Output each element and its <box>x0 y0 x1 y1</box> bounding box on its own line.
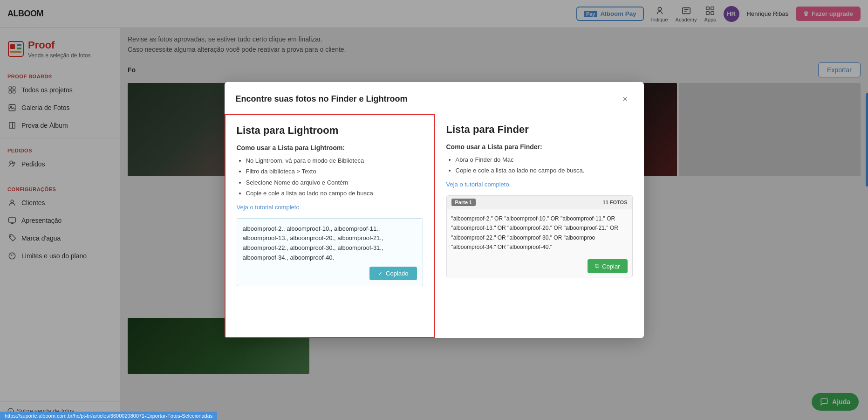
status-url: https://suporte.alboom.com.br/hc/pt-br/a… <box>5 413 212 419</box>
lightroom-steps-list: No Lightroom, vá para o modo de Bibliote… <box>237 155 423 199</box>
copied-button[interactable]: ✓ Copiado <box>369 267 417 280</box>
lightroom-panel-title: Lista para Lightroom <box>237 124 423 137</box>
finder-photo-count: 11 FOTOS <box>603 200 628 205</box>
lightroom-text-content: alboomproof-2., alboomproof-10., alboomp… <box>243 225 383 261</box>
finder-panel: Lista para Finder Como usar a Lista para… <box>435 114 644 338</box>
lightroom-tutorial-link[interactable]: Veja o tutorial completo <box>237 204 423 211</box>
check-icon: ✓ <box>378 270 383 277</box>
copy-icon: ⧉ <box>595 262 599 270</box>
status-bar: https://suporte.alboom.com.br/hc/pt-br/a… <box>0 412 217 420</box>
lightroom-text-box: alboomproof-2., alboomproof-10., alboomp… <box>237 218 423 286</box>
finder-text-box: Parte 1 11 FOTOS "alboomproof-2." OR "al… <box>446 195 633 278</box>
list-item: Copie e cole a lista ao lado no campo de… <box>246 188 423 199</box>
lightroom-panel: Lista para Lightroom Como usar a Lista p… <box>225 114 435 338</box>
finder-text-content: "alboomproof-2." OR "alboomproof-10." OR… <box>447 209 632 257</box>
finder-steps-list: Abra o Finder do Mac Copie e cole a list… <box>446 154 633 176</box>
modal-overlay[interactable]: Encontre suas fotos no Finder e Lightroo… <box>0 0 868 420</box>
finder-copy-row: ⧉ Copiar <box>447 256 632 277</box>
finder-part-header: Parte 1 11 FOTOS <box>447 196 632 209</box>
lightroom-how-title: Como usar a Lista para Lightroom: <box>237 144 423 151</box>
list-item: Selecione Nome do arquivo e Contém <box>246 177 423 188</box>
finder-how-title: Como usar a Lista para Finder: <box>446 143 633 151</box>
list-item: Copie e cole a lista ao lado no campo de… <box>456 165 633 176</box>
modal-body: Lista para Lightroom Como usar a Lista p… <box>225 114 644 338</box>
copy-btn-area: ✓ Copiado <box>243 267 417 280</box>
finder-copy-button[interactable]: ⧉ Copiar <box>588 259 627 273</box>
modal-close-button[interactable]: × <box>618 91 633 106</box>
modal-dialog: Encontre suas fotos no Finder e Lightroo… <box>225 82 644 338</box>
modal-header: Encontre suas fotos no Finder e Lightroo… <box>225 82 644 114</box>
list-item: No Lightroom, vá para o modo de Bibliote… <box>246 155 423 166</box>
finder-part-badge: Parte 1 <box>451 199 476 206</box>
finder-tutorial-link[interactable]: Veja o tutorial completo <box>446 181 633 188</box>
list-item: Filtro da biblioteca > Texto <box>246 166 423 177</box>
list-item: Abra o Finder do Mac <box>456 154 633 165</box>
close-icon: × <box>622 94 628 104</box>
modal-title: Encontre suas fotos no Finder e Lightroo… <box>236 94 408 104</box>
finder-panel-title: Lista para Finder <box>446 124 633 136</box>
